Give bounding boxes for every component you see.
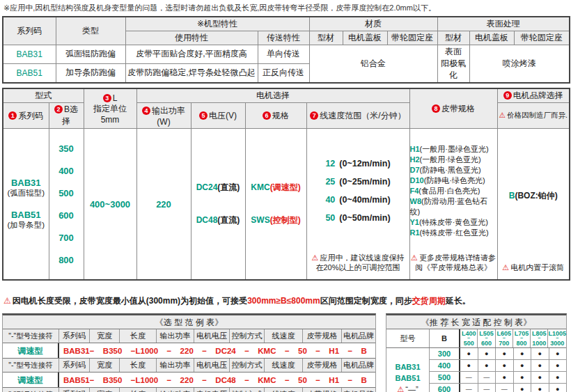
order-header-belt-label: 皮带规格 xyxy=(441,104,475,113)
cell-voltage: DC24(直流) DC48(直流) xyxy=(191,129,245,281)
example-table: 《选 型 范 例 表》 "-"型号连接符系列码宽度长度输出功率电机电压控制方式线… xyxy=(2,313,376,392)
speed-40-value: 40 xyxy=(325,191,335,209)
order-header-power: 4输出功率(W) xyxy=(136,103,191,129)
cell-line-speed: 12(0~12m/min) 25(0~25m/min) 40(0~40m/min… xyxy=(306,129,409,281)
voltage-dc24-code: DC24 xyxy=(196,182,218,192)
example-header-row-3: "-"型号连接符系列码宽度长度输出功率电机电压控制方式线速度皮带规格电机品牌 xyxy=(3,388,375,392)
warning-icon: ⚠ xyxy=(312,253,319,262)
spec-header-use: 使用特性 xyxy=(125,31,258,45)
badge-4: 4 xyxy=(142,107,150,115)
order-header-series: 1系列码 xyxy=(3,103,49,129)
type-bab31: 弧面辊防跑偏 xyxy=(56,45,125,64)
match-dash-quote: “—” xyxy=(405,385,418,392)
belt-d7-desc: (防静电·黑色亚光) xyxy=(420,166,481,174)
brand-note: ⚠电机内置于滚筒 xyxy=(502,262,564,272)
voltage-dc24: DC24(直流) xyxy=(196,182,240,194)
match-body: BAB31 BAB51 ⚠“—” 定制尺寸 300●●●●●● 400●●●●●… xyxy=(386,348,566,392)
width-note-range: 300mm≥B≤800mm xyxy=(247,296,320,306)
warning-icon: ⚠ xyxy=(3,296,11,306)
match-model-bab51: BAB51 xyxy=(395,373,420,384)
cell-motor-brand: B(BOZ:铂仲) ⚠电机内置于滚筒 xyxy=(497,129,570,281)
series-bab31: BAB31 xyxy=(7,178,45,188)
example-row-1-code: BAB31−B350−L1000−220−DC24−KMC−50−H1−B xyxy=(59,343,375,358)
spec-header-material: 材质 xyxy=(309,17,437,31)
spec-header-surface: 表面处理 xyxy=(437,17,570,31)
spec-header-group-row: 系列码 类型 ※机型特性 材质 表面处理 xyxy=(3,17,570,31)
warning-icon: ⚠ xyxy=(411,253,418,262)
order-header-brand-label: 电机品牌选择 xyxy=(513,91,563,100)
belt-y1-desc: (特殊皮带·黄色亚光) xyxy=(419,218,488,226)
order-header-group-row: 型式 3L 指定单位5mm 电机选择 8皮带规格 9电机品牌选择 xyxy=(3,88,570,103)
order-header-motor-group: 电机选择 xyxy=(136,88,409,103)
order-header-brand: 9电机品牌选择 xyxy=(497,88,570,103)
match-header-b: B xyxy=(430,329,460,347)
surface-profile-line2: 阳极氧化 xyxy=(439,58,468,81)
badge-7: 7 xyxy=(310,111,318,120)
example-header-row-2: "-"型号连接符系列码宽度长度输出功率电机电压控制方式线速度皮带规格电机品牌 xyxy=(3,359,375,373)
belt-y1: Y1(特殊皮带·黄色亚光) xyxy=(410,217,497,228)
b-options-list: 350400500600700800 xyxy=(58,143,74,265)
match-table-title: 《推 荐 长 宽 适 配 控 制 表》 xyxy=(386,315,566,329)
surface-coating-value: 喷涂烤漆 xyxy=(469,45,570,84)
match-row-300: 300●●●●●● xyxy=(430,348,566,360)
match-header-row: 型号 B L400~500 L505~600 L605~700 L705~800… xyxy=(386,329,566,348)
speed-note-line1: 应用中，建议线速度保持 xyxy=(320,253,404,262)
speed-40: 40(0~40m/min) xyxy=(325,191,390,209)
speed-12-range: (0~12m/min) xyxy=(339,155,390,173)
belt-spec-list: H1(一般用·墨绿色亚光) H2(一般用·绿色亚光) D7(防静电·黑色亚光) … xyxy=(410,144,497,238)
top-usage-note: ※应用中,因机型结构强度及机身变型量的问题，选型时请勿超出负载及长宽,因皮带转弯… xyxy=(3,3,569,13)
match-header-l5: L805~1000 xyxy=(531,329,548,347)
speed-12: 12(0~12m/min) xyxy=(325,155,390,173)
belt-d10-code: D10 xyxy=(410,176,424,185)
warning-icon: ⚠ xyxy=(397,385,404,392)
spec-header-transfer: 传送特性 xyxy=(258,31,309,45)
belt-y1-code: Y1 xyxy=(410,218,419,226)
spec-header-profile2: 型材 xyxy=(437,31,469,45)
cell-control-spec: KMC(调速型) SWS(控制型) xyxy=(245,129,306,281)
badge-6: 6 xyxy=(263,111,271,120)
series-code-bab31: BAB31 xyxy=(3,45,56,64)
speed-25-range: (0~25m/min) xyxy=(339,173,390,191)
use-feature-bab31: 皮带平面贴合度好,平面精度高 xyxy=(125,45,258,64)
belt-w8: W8(防滑动用·蓝色钻石纹) xyxy=(410,196,497,217)
voltage-dc24-suffix: (直流) xyxy=(217,182,240,192)
brand-value: B(BOZ:铂仲) xyxy=(509,190,558,202)
width-note-p1: 因电机长度受限，皮带宽度最小值从(300mm)为初始值，可接受 xyxy=(13,296,247,306)
voltage-dc48-suffix: (直流) xyxy=(217,215,240,225)
example-header-row-1: "-"型号连接符系列码宽度长度输出功率电机电压控制方式线速度皮带规格电机品牌 xyxy=(3,329,375,343)
width-note-p2: 区间范围定制宽度，同步 xyxy=(320,296,412,306)
width-note-delivery: 交货周期 xyxy=(412,296,446,306)
speed-list: 12(0~12m/min) 25(0~25m/min) 40(0~40m/min… xyxy=(325,155,390,227)
belt-d7-code: D7 xyxy=(410,166,420,174)
order-header-length: 3L 指定单位5mm xyxy=(84,88,136,129)
speed-note: ⚠应用中，建议线速度保持 在20%以上的可调控范围 xyxy=(312,253,405,272)
transfer-bab51: 正反向传送 xyxy=(258,63,309,83)
belt-w8-desc: (防滑动用·蓝色钻石纹) xyxy=(410,197,488,216)
bottom-tables: 《选 型 范 例 表》 "-"型号连接符系列码宽度长度输出功率电机电压控制方式线… xyxy=(2,313,569,392)
speed-50-range: (0~50m/min) xyxy=(339,209,390,227)
spec-sws: SWS(控制型) xyxy=(251,214,300,226)
speed-40-range: (0~40m/min) xyxy=(339,191,390,209)
warning-icon: ⚠ xyxy=(499,111,506,119)
spec-table: 系列码 类型 ※机型特性 材质 表面处理 使用特性 传送特性 型材 电机盖板 带… xyxy=(2,16,570,84)
surface-profile-value: 表面 阳极氧化 xyxy=(437,45,469,84)
order-header-voltage: 5电压(V) xyxy=(191,103,245,129)
match-grid: 300●●●●●● 400●●●●●● 500——●●●● 600———●●● … xyxy=(430,348,566,392)
spec-header-cover: 电机盖板 xyxy=(343,31,387,45)
spec-header-feature: ※机型特性 xyxy=(125,17,309,31)
example-table-title: 《选 型 范 例 表》 xyxy=(3,315,375,329)
example-row-2-code: BAB51−B350−L1000−220−DC48−KMC−50−H1−B xyxy=(59,373,375,387)
belt-w8-code: W8 xyxy=(410,197,422,205)
order-header-speed-label: 线速度范围（米/分钟） xyxy=(320,111,405,120)
transfer-bab31: 单向传送 xyxy=(258,45,309,64)
belt-d10-desc: (防静电·绿色亮光) xyxy=(424,176,485,185)
series-bab51-name: (加导条型) xyxy=(7,220,45,230)
brand-suffix: (BOZ:铂仲) xyxy=(515,191,557,201)
order-header-model: 型式 xyxy=(3,88,84,103)
order-header-series-label: 系列码 xyxy=(18,111,43,120)
order-header-bchoice: 2B选择 xyxy=(49,103,84,129)
match-header-model: 型号 xyxy=(386,329,430,347)
speed-note-line2: 在20%以上的可调控范围 xyxy=(312,262,405,272)
match-header-l1: L400~500 xyxy=(460,329,478,347)
match-header-l3: L605~700 xyxy=(496,329,513,347)
